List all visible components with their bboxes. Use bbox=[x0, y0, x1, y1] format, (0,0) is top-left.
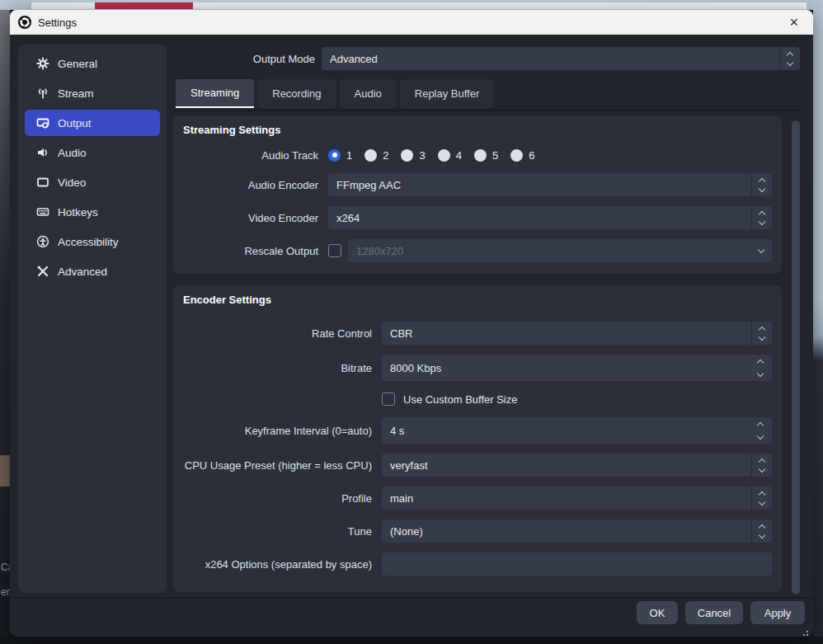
audio-track-label: Audio Track bbox=[183, 149, 318, 162]
audio-track-row: Audio Track 1 2 3 bbox=[183, 147, 772, 163]
tab-recording[interactable]: Recording bbox=[257, 79, 336, 108]
audio-track-option: 1 bbox=[328, 149, 352, 162]
audio-track-radio-group: 1 2 3 4 5 bbox=[328, 147, 534, 163]
spinner-arrows[interactable] bbox=[749, 355, 772, 381]
sidebar-item-output[interactable]: Output bbox=[25, 110, 160, 136]
scrollbar-thumb[interactable] bbox=[792, 120, 800, 595]
streaming-settings-panel: Streaming Settings Audio Track 1 2 3 bbox=[173, 115, 782, 274]
tab-replay-buffer[interactable]: Replay Buffer bbox=[400, 79, 495, 108]
desktop-top-strip bbox=[0, 0, 823, 10]
tune-combobox[interactable]: (None) bbox=[382, 519, 772, 543]
audio-track-radio-4[interactable] bbox=[438, 149, 450, 162]
sidebar-item-stream[interactable]: Stream bbox=[25, 80, 160, 106]
profile-row: Profile main bbox=[183, 487, 772, 510]
tune-row: Tune (None) bbox=[183, 519, 772, 543]
content-scrollbar bbox=[791, 115, 801, 617]
cpu-preset-combobox[interactable]: veryfast bbox=[382, 454, 772, 477]
background-window-edge bbox=[31, 2, 807, 9]
audio-track-radio-1[interactable] bbox=[328, 149, 341, 162]
wallpaper-fragment bbox=[0, 455, 10, 487]
spinner-arrows[interactable] bbox=[751, 173, 772, 196]
video-encoder-combobox[interactable]: x264 bbox=[328, 206, 772, 229]
audio-track-option: 3 bbox=[401, 149, 425, 162]
output-mode-value: Advanced bbox=[330, 53, 779, 65]
ok-button[interactable]: OK bbox=[637, 601, 678, 624]
radio-label: 6 bbox=[529, 149, 534, 162]
obs-logo-icon bbox=[18, 16, 31, 29]
profile-combobox[interactable]: main bbox=[382, 487, 772, 510]
audio-track-option: 5 bbox=[474, 149, 498, 162]
resize-grip[interactable] bbox=[807, 631, 808, 632]
keyframe-interval-spinbox[interactable]: 4 s bbox=[382, 417, 772, 444]
audio-track-radio-6[interactable] bbox=[510, 149, 523, 162]
close-icon[interactable]: × bbox=[783, 13, 805, 31]
rescale-resolution-combobox[interactable]: 1280x720 bbox=[348, 239, 772, 262]
cpu-preset-value: veryfast bbox=[390, 459, 751, 472]
desktop-bottom-strip bbox=[0, 637, 823, 644]
background-progress-fragment bbox=[95, 2, 193, 9]
audio-track-radio-5[interactable] bbox=[474, 149, 487, 162]
spinner-arrows[interactable] bbox=[751, 322, 772, 345]
audio-track-option: 4 bbox=[438, 149, 462, 162]
spinner-arrows[interactable] bbox=[751, 454, 772, 477]
rate-control-value: CBR bbox=[390, 327, 751, 340]
output-icon bbox=[36, 116, 49, 129]
custom-buffer-label: Use Custom Buffer Size bbox=[403, 393, 517, 406]
settings-sidebar: General Stream Output bbox=[18, 45, 167, 593]
rate-control-label: Rate Control bbox=[183, 327, 372, 340]
tune-label: Tune bbox=[183, 525, 372, 538]
settings-dialog: Settings × General bbox=[10, 10, 813, 637]
spinner-arrows[interactable] bbox=[751, 206, 772, 229]
sidebar-item-advanced[interactable]: Advanced bbox=[25, 258, 160, 284]
tab-audio[interactable]: Audio bbox=[340, 79, 397, 108]
audio-encoder-combobox[interactable]: FFmpeg AAC bbox=[328, 173, 772, 196]
sidebar-item-accessibility[interactable]: Accessibility bbox=[25, 228, 160, 255]
sidebar-item-general[interactable]: General bbox=[25, 50, 160, 77]
keyframe-interval-value: 4 s bbox=[390, 425, 749, 437]
audio-track-radio-3[interactable] bbox=[401, 149, 413, 162]
spinner-arrows[interactable] bbox=[779, 47, 800, 70]
bitrate-spinbox[interactable]: 8000 Kbps bbox=[382, 355, 772, 381]
radio-label: 5 bbox=[492, 149, 498, 162]
sidebar-item-audio[interactable]: Audio bbox=[25, 139, 160, 166]
keyframe-interval-row: Keyframe Interval (0=auto) 4 s bbox=[183, 417, 772, 444]
sidebar-item-label: Output bbox=[58, 117, 92, 129]
chevron-down-icon[interactable] bbox=[750, 247, 772, 255]
cancel-button[interactable]: Cancel bbox=[685, 601, 743, 624]
background-text-fragment: Ca bbox=[1, 562, 10, 573]
tab-streaming[interactable]: Streaming bbox=[176, 79, 254, 108]
bitrate-row: Bitrate 8000 Kbps bbox=[183, 355, 772, 381]
section-title: Encoder Settings bbox=[183, 294, 772, 308]
audio-track-option: 6 bbox=[510, 149, 534, 162]
bitrate-value: 8000 Kbps bbox=[390, 362, 749, 374]
bitrate-label: Bitrate bbox=[183, 362, 372, 374]
sidebar-item-hotkeys[interactable]: Hotkeys bbox=[25, 199, 160, 225]
x264-options-input[interactable] bbox=[382, 552, 772, 576]
spinner-arrows[interactable] bbox=[751, 519, 772, 543]
title-bar[interactable]: Settings × bbox=[10, 10, 813, 35]
desktop-left-strip: Ca er bbox=[0, 10, 10, 637]
custom-buffer-checkbox[interactable] bbox=[382, 393, 395, 406]
encoder-settings-panel: Encoder Settings Rate Control CBR Bitrat… bbox=[173, 285, 782, 592]
apply-button[interactable]: Apply bbox=[750, 601, 805, 624]
rescale-output-checkbox[interactable] bbox=[328, 244, 341, 257]
sidebar-item-video[interactable]: Video bbox=[25, 169, 160, 195]
button-bar-divider bbox=[10, 597, 813, 599]
x264-options-row: x264 Options (separated by space) bbox=[183, 552, 772, 576]
radio-label: 1 bbox=[346, 149, 352, 162]
audio-track-radio-2[interactable] bbox=[364, 149, 377, 162]
spinner-arrows[interactable] bbox=[749, 417, 772, 444]
desktop-right-strip bbox=[813, 10, 823, 637]
rate-control-row: Rate Control CBR bbox=[183, 322, 772, 345]
output-mode-combobox[interactable]: Advanced bbox=[322, 47, 800, 70]
audio-encoder-row: Audio Encoder FFmpeg AAC bbox=[183, 173, 772, 196]
rescale-resolution-value: 1280x720 bbox=[356, 245, 750, 257]
background-text-fragment: er bbox=[1, 586, 10, 598]
radio-label: 2 bbox=[383, 149, 388, 162]
tab-divider bbox=[173, 110, 800, 111]
keyboard-icon bbox=[36, 205, 49, 219]
spinner-arrows[interactable] bbox=[751, 487, 772, 510]
cpu-preset-row: CPU Usage Preset (higher = less CPU) ver… bbox=[183, 454, 772, 477]
rate-control-combobox[interactable]: CBR bbox=[382, 322, 772, 345]
profile-value: main bbox=[390, 492, 751, 505]
